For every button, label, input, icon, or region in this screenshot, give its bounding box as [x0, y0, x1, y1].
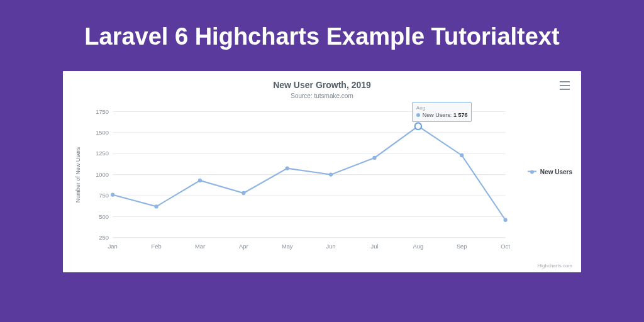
- svg-text:Apr: Apr: [239, 242, 248, 249]
- svg-point-30: [329, 172, 333, 176]
- svg-text:1000: 1000: [96, 170, 109, 177]
- svg-text:1250: 1250: [96, 150, 109, 157]
- svg-point-32: [415, 123, 421, 130]
- svg-text:500: 500: [99, 213, 109, 219]
- svg-text:Jul: Jul: [370, 242, 378, 249]
- line-chart-svg: 2505007501000125015001750 JanFebMarAprMa…: [93, 106, 512, 252]
- credit-link[interactable]: Highcharts.com: [537, 263, 572, 269]
- tooltip-dot-icon: [416, 113, 420, 117]
- chart-title: New User Growth, 2019: [70, 80, 574, 90]
- svg-text:250: 250: [99, 233, 109, 240]
- svg-text:1500: 1500: [96, 128, 109, 135]
- svg-text:750: 750: [99, 192, 109, 199]
- svg-point-34: [503, 218, 507, 221]
- svg-text:1750: 1750: [96, 108, 109, 114]
- svg-text:Feb: Feb: [152, 242, 162, 249]
- y-axis-label: Number of New Users: [75, 147, 81, 203]
- svg-point-31: [372, 155, 376, 159]
- svg-text:Mar: Mar: [195, 242, 205, 249]
- svg-point-25: [111, 192, 114, 196]
- page-title: Laravel 6 Highcharts Example Tutorialtex…: [0, 0, 644, 65]
- svg-text:Jan: Jan: [108, 242, 118, 249]
- svg-text:Aug: Aug: [413, 242, 424, 249]
- tooltip-series: New Users: [423, 112, 450, 118]
- svg-text:Sep: Sep: [457, 242, 467, 249]
- tooltip-value: 1 576: [453, 112, 468, 118]
- legend[interactable]: New Users: [528, 168, 572, 175]
- hamburger-icon[interactable]: [560, 81, 570, 90]
- svg-text:Oct: Oct: [501, 242, 510, 249]
- svg-text:Jun: Jun: [326, 242, 336, 249]
- chart-card: New User Growth, 2019 Source: tutsmake.c…: [63, 71, 581, 272]
- chart-subtitle: Source: tutsmake.com: [70, 92, 574, 99]
- svg-point-26: [154, 204, 158, 208]
- legend-swatch-icon: [528, 171, 536, 172]
- tooltip: Aug New Users: 1 576: [412, 102, 472, 122]
- svg-point-28: [242, 191, 245, 194]
- tooltip-month: Aug: [416, 105, 468, 111]
- svg-point-27: [198, 178, 202, 182]
- svg-text:May: May: [282, 242, 293, 249]
- legend-label: New Users: [540, 168, 572, 175]
- plot-area: 2505007501000125015001750 JanFebMarAprMa…: [93, 106, 512, 252]
- svg-point-29: [286, 166, 289, 170]
- svg-point-33: [460, 153, 464, 157]
